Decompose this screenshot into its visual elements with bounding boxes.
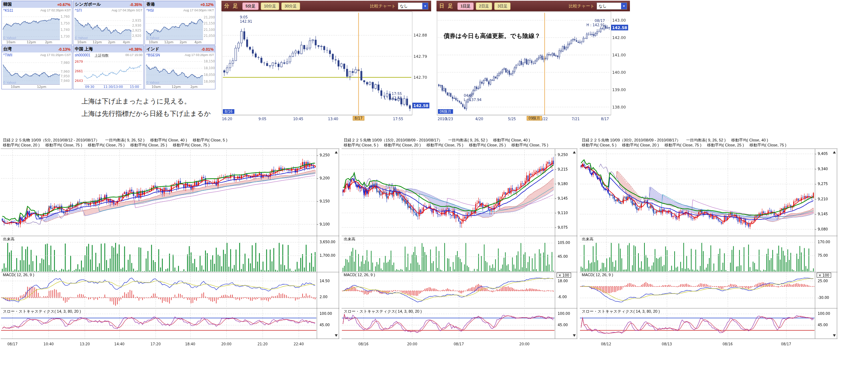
legend-item: 移動平均( Close, 75 ): [665, 143, 701, 147]
market-change: -0.13%: [58, 47, 71, 51]
legend-item: 日経２２５先物 10/09（30分, 2010/08/09 - 2010/08/…: [582, 138, 681, 142]
yahoo-credit: © Yahoo!: [3, 36, 16, 40]
compare-chart-label: 比較チャート: [569, 3, 594, 9]
legend-item: 移動平均( Close, 75 ): [427, 143, 463, 147]
market-symbol[interactable]: ^STI: [75, 9, 82, 12]
stochastics-label: スロー・ストキャスティクス( 14, 3, 80, 20 ): [3, 309, 81, 314]
tab-30min[interactable]: 30分足: [281, 2, 300, 10]
compare-select[interactable]: なし ▼: [398, 2, 428, 10]
legend-item: 移動平均( Close, 40 ): [150, 138, 187, 142]
chart-legend-line1: 日経２２５先物 10/09（15分, 2010/08/09 - 2010/08/…: [344, 138, 536, 143]
compare-select-value: なし: [599, 4, 607, 9]
legend-item: 移動平均( Close, 75 ): [173, 143, 210, 147]
legend-item: 一目均衡表( 9, 26, 52 ): [105, 138, 145, 142]
tech-chart-5min[interactable]: [1, 136, 339, 346]
mini-chart-body: ^TWII Aug 17 01:25pm CST © Yahoo!: [2, 52, 72, 89]
mini-market-taiwan: 台湾 -0.13% ^TWII Aug 17 01:25pm CST © Yah…: [1, 45, 72, 89]
legend-item: 移動平均( Close, 75 ): [512, 143, 548, 147]
market-symbol[interactable]: sh000001: [75, 53, 90, 57]
legend-item: 移動平均( Close, 75 ): [750, 143, 787, 147]
tab-2day[interactable]: 2日足: [476, 2, 492, 10]
market-timestamp: Aug 17 02:35pm KST: [40, 9, 71, 12]
mini-market-header: 中国 上海 +0.38%: [73, 46, 143, 52]
yahoo-credit: © Yahoo!: [146, 81, 159, 84]
legend-item: 移動平均( Close, 20 ): [384, 143, 421, 147]
panel-title: 日 足: [439, 3, 454, 9]
legend-item: 日経２２５先物 10/09（15分, 2010/08/09 - 2010/08/…: [344, 138, 443, 142]
legend-item: 移動平均( Close, 5 ): [193, 138, 227, 142]
bond-note: 債券は今日も高値更新。でも陰線？: [444, 32, 541, 40]
market-change: +0.38%: [129, 47, 142, 51]
tech-panel-5min: 日経２２５先物 10/09（5分, 2010/08/12 - 2010/08/1…: [1, 136, 339, 349]
mini-market-header: インド -0.01%: [145, 46, 215, 52]
market-timestamp: Aug 17 03:26pm IST: [185, 53, 214, 57]
legend-item: 日経２２５先物 10/09（5分, 2010/08/12 - 2010/08/1…: [3, 138, 100, 142]
tab-1day[interactable]: 1日足: [457, 2, 474, 10]
mini-market-header: 台湾 -0.13%: [2, 46, 72, 52]
minute-panel-header: 分 足 5分足 10分足 30分足 比較チャート なし ▼: [221, 1, 431, 11]
market-name: 韓国: [3, 1, 12, 7]
market-name: 香港: [146, 1, 155, 7]
macd-label: MACD( 12, 26, 9 ): [344, 273, 375, 277]
compare-select[interactable]: なし ▼: [597, 2, 627, 10]
daily-chart-panel: 日 足 1日足 2日足 3日足 比較チャート なし ▼ 債券は今日も高値更新。で…: [436, 1, 630, 126]
tab-10min[interactable]: 10分足: [261, 2, 279, 10]
mini-chart-body: ^BSESN Aug 17 03:26pm IST © Yahoo!: [145, 52, 215, 89]
chevron-down-icon[interactable]: ▼: [422, 3, 428, 9]
legend-item: 一目均衡表( 9, 26, 52 ): [686, 138, 726, 142]
mini-market-header: シンガポール -0.35%: [73, 1, 143, 8]
tab-5min[interactable]: 5分足: [242, 2, 259, 10]
mini-market-header: 韓国 +0.67%: [2, 1, 72, 8]
tab-3day[interactable]: 3日足: [494, 2, 511, 10]
mini-chart-body: ^HSI Aug 17 04:00pm HKT © Yahoo!: [145, 8, 215, 44]
chevron-down-icon[interactable]: ▼: [621, 3, 627, 9]
market-name: シンガポール: [75, 1, 101, 7]
legend-item: 一目均衡表( 9, 26, 52 ): [448, 138, 487, 142]
legend-item: 移動平均( Close, 25 ): [707, 143, 744, 147]
legend-item: 移動平均( Close, 40 ): [493, 138, 530, 142]
panel-title: 分 足: [224, 3, 239, 9]
shanghai-mini-chart: [73, 53, 143, 89]
tech-chart-30min[interactable]: [580, 136, 838, 346]
market-timestamp: Aug 17 04:35pm SGT: [112, 9, 142, 12]
tech-chart-15min[interactable]: [342, 136, 577, 346]
chart-legend-line1: 日経２２５先物 10/09（5分, 2010/08/12 - 2010/08/1…: [3, 138, 233, 143]
mini-market-india: インド -0.01% ^BSESN Aug 17 03:26pm IST © Y…: [145, 45, 215, 89]
market-name: インド: [146, 46, 159, 52]
chart-legend-line1: 日経２２５先物 10/09（30分, 2010/08/09 - 2010/08/…: [582, 138, 774, 143]
minute-chart-panel: 分 足 5分足 10分足 30分足 比較チャート なし ▼: [221, 1, 431, 126]
volume-label: 出来高: [344, 236, 355, 242]
mini-market-singapore: シンガポール -0.35% ^STI Aug 17 04:35pm SGT © …: [73, 1, 144, 45]
market-symbol[interactable]: ^KS11: [3, 9, 13, 12]
compare-chart-label: 比較チャート: [370, 3, 396, 9]
trading-workspace: { "notes": ["上海は下げ止まったように見える。", "上海は先行指標…: [0, 0, 868, 368]
yahoo-credit: © Yahoo!: [75, 36, 88, 40]
tech-panel-30min: 日経２２５先物 10/09（30分, 2010/08/09 - 2010/08/…: [580, 136, 838, 349]
note-line-2: 上海は先行指標だから日経も下げ止まるか: [81, 107, 211, 120]
mini-market-korea: 韓国 +0.67% ^KS11 Aug 17 02:35pm KST © Yah…: [1, 1, 72, 45]
chart-legend-line2: 移動平均( Close, 20 )移動平均( Close, 75 )移動平均( …: [3, 143, 215, 148]
volume-label: 出来高: [3, 236, 15, 242]
compare-select-value: なし: [400, 4, 408, 9]
macd-label: MACD( 12, 26, 9 ): [582, 273, 613, 277]
legend-item: 移動平均( Close, 25 ): [130, 143, 167, 147]
market-change: -0.01%: [201, 47, 214, 51]
legend-item: 移動平均( Close, 20 ): [3, 143, 40, 147]
market-symbol[interactable]: ^TWII: [3, 53, 12, 57]
macd-label: MACD( 12, 26, 9 ): [3, 273, 34, 277]
legend-item: 移動平均( Close, 25 ): [469, 143, 506, 147]
market-change: -0.35%: [130, 2, 142, 7]
mini-market-hongkong: 香港 +0.12% ^HSI Aug 17 04:00pm HKT © Yaho…: [145, 1, 215, 45]
index-name-label: 上証指数: [95, 53, 109, 58]
market-symbol[interactable]: ^HSI: [146, 9, 154, 12]
market-symbol[interactable]: ^BSESN: [146, 53, 160, 57]
legend-item: 移動平均( Close, 75 ): [88, 143, 125, 147]
market-timestamp: 00-17 15:00: [125, 53, 142, 57]
mini-market-shanghai: 中国 上海 +0.38% sh000001 上証指数 00-17 15:00: [73, 45, 144, 89]
asia-markets-grid: 韓国 +0.67% ^KS11 Aug 17 02:35pm KST © Yah…: [1, 1, 215, 89]
legend-item: 移動平均( Close, 20 ): [622, 143, 659, 147]
stochastics-label: スロー・ストキャスティクス( 14, 3, 80, 20 ): [582, 309, 660, 314]
daily-candles-chart[interactable]: [436, 11, 630, 126]
minute-candles-chart[interactable]: [221, 11, 431, 126]
market-change: +0.12%: [200, 2, 214, 7]
